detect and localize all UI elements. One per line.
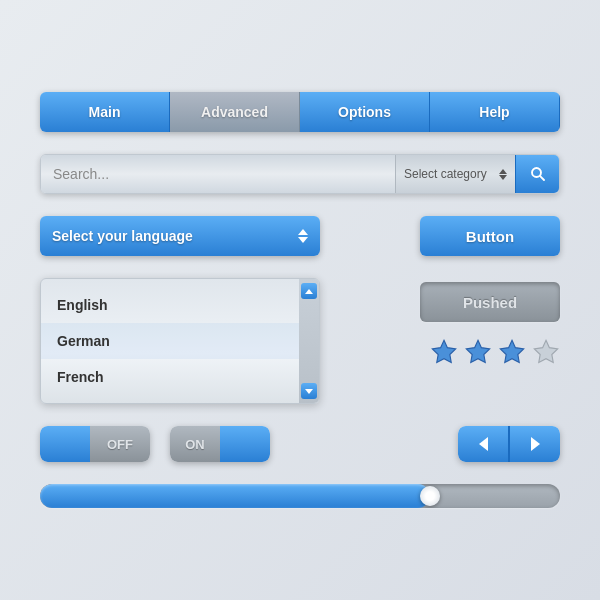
dropdown-list: English German French <box>40 278 320 404</box>
dropdown-list-inner: English German French <box>41 279 319 403</box>
nav-prev-button[interactable] <box>458 426 508 462</box>
nav-left-icon <box>479 437 488 451</box>
list-item[interactable]: English <box>41 287 319 323</box>
language-dropdown[interactable]: Select your language <box>40 216 320 256</box>
scroll-down-button[interactable] <box>301 383 317 399</box>
svg-line-1 <box>539 176 543 180</box>
nav-arrows-control <box>458 426 560 462</box>
tab-advanced[interactable]: Advanced <box>170 92 300 132</box>
progress-handle[interactable] <box>420 486 440 506</box>
toggle-off-label: OFF <box>90 426 150 462</box>
search-icon <box>529 165 547 183</box>
toggle-on-blue-side <box>220 426 270 462</box>
search-category-select[interactable]: Select category <box>395 155 515 193</box>
star-2-icon[interactable] <box>464 338 492 366</box>
star-rating[interactable] <box>430 338 560 366</box>
row-toggles-nav: OFF ON <box>40 426 560 462</box>
tab-main[interactable]: Main <box>40 92 170 132</box>
tab-help[interactable]: Help <box>430 92 560 132</box>
progress-fill <box>40 484 430 508</box>
search-input[interactable]: Search... <box>41 155 395 193</box>
main-container: Main Advanced Options Help Search... Sel… <box>40 92 560 508</box>
dropdown-scrollbar <box>299 279 319 403</box>
star-3-icon[interactable] <box>498 338 526 366</box>
row-dropdown-pushed: English German French Pushed <box>40 278 560 404</box>
toggle-off-switch[interactable]: OFF <box>40 426 150 462</box>
scroll-down-icon <box>305 389 313 394</box>
language-arrows <box>298 229 308 243</box>
search-category-label: Select category <box>404 167 487 181</box>
list-item[interactable]: French <box>41 359 319 395</box>
search-bar: Search... Select category <box>40 154 560 194</box>
list-item[interactable]: German <box>41 323 319 359</box>
scroll-up-button[interactable] <box>301 283 317 299</box>
progress-bar[interactable] <box>40 484 560 508</box>
language-label: Select your language <box>52 228 193 244</box>
toggle-on-switch[interactable]: ON <box>170 426 270 462</box>
tab-options[interactable]: Options <box>300 92 430 132</box>
toggle-off-blue-side <box>40 426 90 462</box>
star-1-icon[interactable] <box>430 338 458 366</box>
category-arrows <box>499 169 507 180</box>
tab-bar: Main Advanced Options Help <box>40 92 560 132</box>
search-button[interactable] <box>515 155 559 193</box>
category-arrow-up-icon <box>499 169 507 174</box>
category-arrow-down-icon <box>499 175 507 180</box>
scroll-up-icon <box>305 289 313 294</box>
nav-next-button[interactable] <box>510 426 560 462</box>
blue-button[interactable]: Button <box>420 216 560 256</box>
right-panel: Pushed <box>340 278 560 366</box>
lang-arrow-up-icon <box>298 229 308 235</box>
star-4-icon[interactable] <box>532 338 560 366</box>
pushed-button[interactable]: Pushed <box>420 282 560 322</box>
toggle-on-label: ON <box>170 426 220 462</box>
row-language-button: Select your language Button <box>40 216 560 256</box>
nav-right-icon <box>531 437 540 451</box>
lang-arrow-down-icon <box>298 237 308 243</box>
